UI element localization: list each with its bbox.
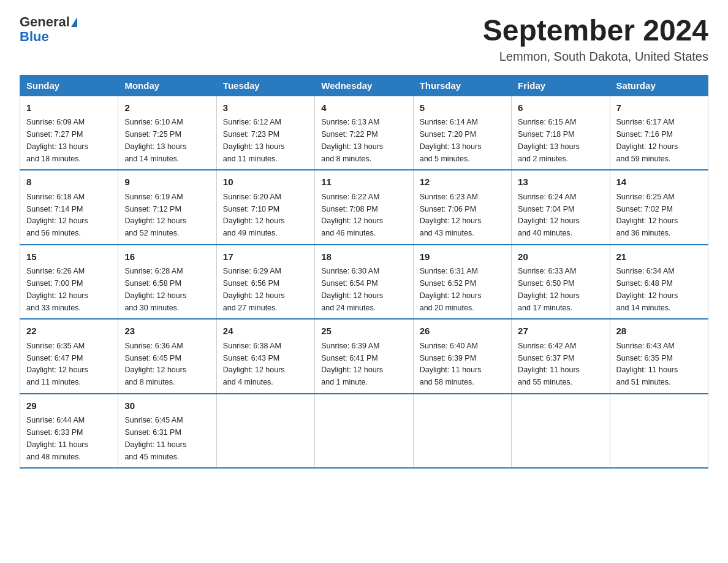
calendar-cell	[216, 394, 314, 469]
day-number: 25	[321, 324, 406, 339]
calendar-cell: 11Sunrise: 6:22 AM Sunset: 7:08 PM Dayli…	[315, 170, 413, 245]
day-info: Sunrise: 6:39 AM Sunset: 6:41 PM Dayligh…	[321, 342, 383, 386]
day-info: Sunrise: 6:44 AM Sunset: 6:33 PM Dayligh…	[26, 416, 88, 461]
calendar-cell: 25Sunrise: 6:39 AM Sunset: 6:41 PM Dayli…	[315, 319, 413, 394]
day-info: Sunrise: 6:12 AM Sunset: 7:23 PM Dayligh…	[223, 118, 285, 163]
day-info: Sunrise: 6:43 AM Sunset: 6:35 PM Dayligh…	[616, 342, 678, 386]
day-info: Sunrise: 6:23 AM Sunset: 7:06 PM Dayligh…	[420, 193, 482, 237]
calendar-week-row: 8Sunrise: 6:18 AM Sunset: 7:14 PM Daylig…	[20, 170, 708, 245]
month-title: September 2024	[483, 15, 708, 47]
calendar-cell: 28Sunrise: 6:43 AM Sunset: 6:35 PM Dayli…	[610, 319, 708, 394]
day-number: 19	[420, 250, 505, 264]
day-number: 21	[616, 250, 702, 264]
day-info: Sunrise: 6:09 AM Sunset: 7:27 PM Dayligh…	[26, 118, 88, 163]
day-number: 5	[420, 101, 505, 115]
header-monday: Monday	[118, 75, 216, 96]
page-header: General Blue September 2024 Lemmon, Sout…	[20, 15, 708, 64]
day-info: Sunrise: 6:40 AM Sunset: 6:39 PM Dayligh…	[420, 342, 482, 386]
day-number: 3	[223, 101, 308, 115]
calendar-cell: 14Sunrise: 6:25 AM Sunset: 7:02 PM Dayli…	[610, 170, 708, 245]
calendar-cell	[512, 394, 610, 469]
header-friday: Friday	[512, 75, 610, 96]
calendar-cell: 30Sunrise: 6:45 AM Sunset: 6:31 PM Dayli…	[118, 394, 216, 469]
calendar-week-row: 15Sunrise: 6:26 AM Sunset: 7:00 PM Dayli…	[20, 245, 708, 320]
day-info: Sunrise: 6:26 AM Sunset: 7:00 PM Dayligh…	[26, 267, 88, 312]
day-number: 26	[420, 324, 505, 339]
day-number: 2	[124, 101, 210, 115]
day-info: Sunrise: 6:18 AM Sunset: 7:14 PM Dayligh…	[26, 193, 88, 237]
day-info: Sunrise: 6:14 AM Sunset: 7:20 PM Dayligh…	[420, 118, 482, 163]
calendar-cell: 9Sunrise: 6:19 AM Sunset: 7:12 PM Daylig…	[118, 170, 216, 245]
day-info: Sunrise: 6:29 AM Sunset: 6:56 PM Dayligh…	[223, 267, 285, 312]
day-number: 14	[616, 175, 702, 190]
day-info: Sunrise: 6:33 AM Sunset: 6:50 PM Dayligh…	[518, 267, 580, 312]
calendar-cell	[315, 394, 413, 469]
calendar-week-row: 29Sunrise: 6:44 AM Sunset: 6:33 PM Dayli…	[20, 394, 708, 469]
calendar-cell: 22Sunrise: 6:35 AM Sunset: 6:47 PM Dayli…	[20, 319, 118, 394]
day-info: Sunrise: 6:20 AM Sunset: 7:10 PM Dayligh…	[223, 193, 285, 237]
header-wednesday: Wednesday	[315, 75, 413, 96]
day-info: Sunrise: 6:45 AM Sunset: 6:31 PM Dayligh…	[124, 416, 186, 461]
day-info: Sunrise: 6:25 AM Sunset: 7:02 PM Dayligh…	[616, 193, 678, 237]
calendar-cell: 16Sunrise: 6:28 AM Sunset: 6:58 PM Dayli…	[118, 245, 216, 320]
day-number: 22	[26, 324, 112, 339]
calendar-cell: 2Sunrise: 6:10 AM Sunset: 7:25 PM Daylig…	[118, 96, 216, 170]
day-info: Sunrise: 6:10 AM Sunset: 7:25 PM Dayligh…	[124, 118, 186, 163]
calendar-cell: 5Sunrise: 6:14 AM Sunset: 7:20 PM Daylig…	[413, 96, 511, 170]
location: Lemmon, South Dakota, United States	[483, 50, 708, 64]
day-info: Sunrise: 6:22 AM Sunset: 7:08 PM Dayligh…	[321, 193, 383, 237]
calendar-cell	[610, 394, 708, 469]
day-number: 12	[420, 175, 505, 190]
day-number: 11	[321, 175, 406, 190]
logo-text-blue: Blue	[20, 29, 49, 44]
logo-triangle-icon	[71, 17, 77, 27]
day-info: Sunrise: 6:15 AM Sunset: 7:18 PM Dayligh…	[518, 118, 580, 163]
header-tuesday: Tuesday	[216, 75, 314, 96]
day-info: Sunrise: 6:30 AM Sunset: 6:54 PM Dayligh…	[321, 267, 383, 312]
calendar-cell: 17Sunrise: 6:29 AM Sunset: 6:56 PM Dayli…	[216, 245, 314, 320]
day-number: 17	[223, 250, 308, 264]
calendar-cell: 26Sunrise: 6:40 AM Sunset: 6:39 PM Dayli…	[413, 319, 511, 394]
calendar-cell: 20Sunrise: 6:33 AM Sunset: 6:50 PM Dayli…	[512, 245, 610, 320]
title-area: September 2024 Lemmon, South Dakota, Uni…	[483, 15, 708, 64]
day-number: 18	[321, 250, 406, 264]
day-info: Sunrise: 6:31 AM Sunset: 6:52 PM Dayligh…	[420, 267, 482, 312]
header-thursday: Thursday	[413, 75, 511, 96]
calendar-cell: 19Sunrise: 6:31 AM Sunset: 6:52 PM Dayli…	[413, 245, 511, 320]
day-number: 6	[518, 101, 603, 115]
calendar-cell: 7Sunrise: 6:17 AM Sunset: 7:16 PM Daylig…	[610, 96, 708, 170]
calendar-cell: 3Sunrise: 6:12 AM Sunset: 7:23 PM Daylig…	[216, 96, 314, 170]
calendar-cell: 1Sunrise: 6:09 AM Sunset: 7:27 PM Daylig…	[20, 96, 118, 170]
logo: General Blue	[20, 15, 77, 44]
day-info: Sunrise: 6:35 AM Sunset: 6:47 PM Dayligh…	[26, 342, 88, 386]
calendar-cell: 4Sunrise: 6:13 AM Sunset: 7:22 PM Daylig…	[315, 96, 413, 170]
calendar-cell: 12Sunrise: 6:23 AM Sunset: 7:06 PM Dayli…	[413, 170, 511, 245]
calendar-cell: 8Sunrise: 6:18 AM Sunset: 7:14 PM Daylig…	[20, 170, 118, 245]
calendar-cell: 21Sunrise: 6:34 AM Sunset: 6:48 PM Dayli…	[610, 245, 708, 320]
day-number: 15	[26, 250, 112, 264]
calendar-cell: 13Sunrise: 6:24 AM Sunset: 7:04 PM Dayli…	[512, 170, 610, 245]
day-number: 16	[124, 250, 210, 264]
calendar-cell: 15Sunrise: 6:26 AM Sunset: 7:00 PM Dayli…	[20, 245, 118, 320]
day-number: 8	[26, 175, 112, 190]
day-number: 24	[223, 324, 308, 339]
calendar-cell	[413, 394, 511, 469]
logo-text-general: General	[20, 15, 70, 29]
day-info: Sunrise: 6:34 AM Sunset: 6:48 PM Dayligh…	[616, 267, 678, 312]
calendar-week-row: 1Sunrise: 6:09 AM Sunset: 7:27 PM Daylig…	[20, 96, 708, 170]
day-number: 28	[616, 324, 702, 339]
calendar-cell: 24Sunrise: 6:38 AM Sunset: 6:43 PM Dayli…	[216, 319, 314, 394]
day-number: 29	[26, 399, 112, 413]
calendar-table: SundayMondayTuesdayWednesdayThursdayFrid…	[20, 75, 708, 469]
day-info: Sunrise: 6:19 AM Sunset: 7:12 PM Dayligh…	[124, 193, 186, 237]
day-info: Sunrise: 6:42 AM Sunset: 6:37 PM Dayligh…	[518, 342, 580, 386]
header-sunday: Sunday	[20, 75, 118, 96]
day-number: 30	[124, 399, 210, 413]
day-number: 23	[124, 324, 210, 339]
calendar-cell: 10Sunrise: 6:20 AM Sunset: 7:10 PM Dayli…	[216, 170, 314, 245]
calendar-cell: 29Sunrise: 6:44 AM Sunset: 6:33 PM Dayli…	[20, 394, 118, 469]
day-number: 7	[616, 101, 702, 115]
day-info: Sunrise: 6:38 AM Sunset: 6:43 PM Dayligh…	[223, 342, 285, 386]
calendar-week-row: 22Sunrise: 6:35 AM Sunset: 6:47 PM Dayli…	[20, 319, 708, 394]
day-number: 9	[124, 175, 210, 190]
